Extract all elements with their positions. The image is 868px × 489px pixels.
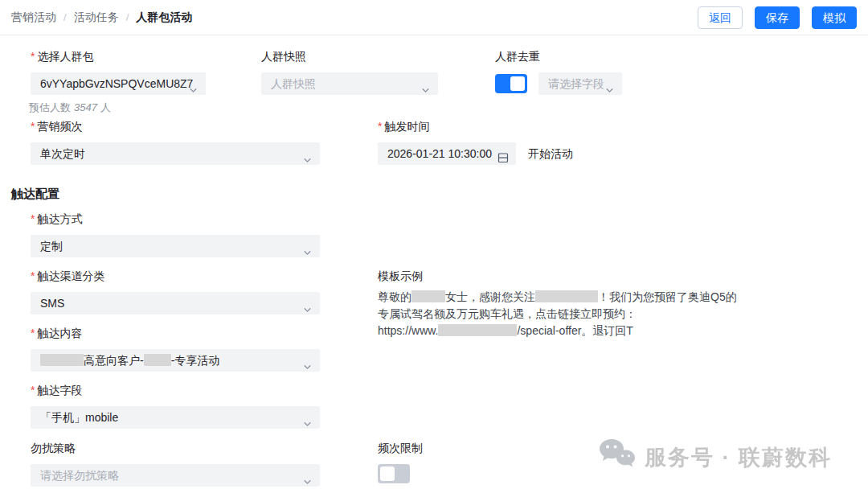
touch-config-section-title: 触达配置 — [11, 187, 59, 202]
redacted-block — [144, 354, 171, 366]
template-example-label: 模板示例 — [378, 269, 723, 284]
simulate-button[interactable]: 模拟 — [812, 6, 857, 29]
audience-snapshot-select[interactable]: 人群快照 — [261, 72, 438, 95]
trigger-time-datepicker[interactable]: 2026-01-21 10:30:00 — [378, 142, 516, 165]
watermark-text: 服务号 · 联蔚数科 — [645, 443, 832, 472]
audience-snapshot-group: 人群快照 人群快照 — [261, 50, 438, 95]
required-mark: * — [31, 269, 35, 282]
dedupe-field-placeholder: 请选择字段 — [548, 77, 604, 90]
marketing-frequency-group: *营销频次 单次定时 — [31, 120, 320, 165]
touch-field-select[interactable]: 「手机」mobile — [31, 406, 320, 429]
marketing-frequency-select[interactable]: 单次定时 — [31, 142, 320, 165]
toggle-knob — [510, 76, 525, 91]
frequency-limit-group: 频次限制 — [378, 442, 423, 483]
template-example-group: 模板示例 尊敬的女士，感谢您关注！我们为您预留了奥迪Q5的 专属试驾名额及万元购… — [378, 269, 723, 339]
dnd-policy-group: 勿扰策略 请选择勿扰策略 — [31, 442, 320, 487]
required-mark: * — [31, 212, 35, 225]
wechat-bubbles-icon — [598, 438, 637, 477]
touch-method-label: *触达方式 — [31, 212, 320, 227]
touch-content-value-suffix: -专享活动 — [171, 354, 220, 367]
dnd-policy-label: 勿扰策略 — [31, 442, 320, 456]
touch-content-group: *触达内容 高意向客户--专享活动 — [31, 327, 320, 372]
audience-snapshot-placeholder: 人群快照 — [271, 77, 316, 90]
audience-package-group: *选择人群包 6vYYapbGvzNSPQVceMU8Z7 预估人数3547人 — [31, 50, 206, 115]
required-mark: * — [31, 327, 35, 339]
touch-method-value: 定制 — [40, 240, 63, 253]
header-actions: 返回 保存 模拟 — [698, 6, 857, 29]
template-example-text: 尊敬的女士，感谢您关注！我们为您预留了奥迪Q5的 专属试驾名额及万元购车礼遇，点… — [378, 289, 723, 339]
breadcrumb: 营销活动 / 活动任务 / 人群包活动 — [11, 10, 192, 25]
redacted-block — [411, 290, 445, 302]
chevron-down-icon — [421, 80, 430, 95]
dnd-policy-select[interactable]: 请选择勿扰策略 — [31, 464, 320, 487]
toggle-knob — [380, 466, 395, 481]
required-mark: * — [31, 120, 35, 133]
touch-method-group: *触达方式 定制 — [31, 212, 320, 257]
touch-field-label: *触达字段 — [31, 384, 320, 398]
audience-package-select[interactable]: 6vYYapbGvzNSPQVceMU8Z7 — [31, 72, 206, 95]
touch-channel-group: *触达渠道分类 SMS — [31, 269, 320, 314]
touch-field-value: 「手机」mobile — [40, 411, 118, 424]
touch-method-select[interactable]: 定制 — [31, 235, 320, 257]
audience-package-label: *选择人群包 — [31, 50, 206, 64]
save-button[interactable]: 保存 — [755, 6, 800, 29]
marketing-frequency-label: *营销频次 — [31, 120, 320, 134]
redacted-block — [438, 324, 517, 336]
chevron-down-icon — [303, 413, 312, 429]
calendar-icon — [497, 148, 509, 165]
redacted-block — [535, 290, 598, 302]
touch-channel-value: SMS — [40, 297, 64, 310]
touch-content-select[interactable]: 高意向客户--专享活动 — [31, 349, 320, 372]
audience-dedupe-toggle[interactable] — [495, 74, 527, 93]
frequency-limit-label: 频次限制 — [378, 442, 423, 456]
chevron-down-icon — [303, 150, 312, 165]
back-button[interactable]: 返回 — [698, 6, 743, 29]
trigger-time-value: 2026-01-21 10:30:00 — [387, 147, 492, 160]
audience-package-value: 6vYYapbGvzNSPQVceMU8Z7 — [40, 77, 193, 90]
touch-field-group: *触达字段 「手机」mobile — [31, 384, 320, 429]
chevron-down-icon — [303, 242, 312, 257]
campaign-edit-page: 营销活动 / 活动任务 / 人群包活动 返回 保存 模拟 *选择人群包 6vYY… — [0, 0, 868, 489]
audience-snapshot-label: 人群快照 — [261, 50, 438, 64]
breadcrumb-separator: / — [126, 11, 129, 23]
audience-dedupe-group: 人群去重 请选择字段 — [495, 50, 622, 95]
chevron-down-icon — [605, 80, 614, 95]
template-line-1: 尊敬的女士，感谢您关注！我们为您预留了奥迪Q5的 — [378, 289, 723, 306]
frequency-limit-toggle[interactable] — [378, 464, 410, 483]
redacted-block — [40, 354, 84, 366]
template-line-3: https://www./special-offer。退订回T — [378, 323, 723, 339]
required-mark: * — [378, 120, 382, 133]
breadcrumb-marketing-campaigns[interactable]: 营销活动 — [11, 10, 56, 25]
dedupe-field-select[interactable]: 请选择字段 — [538, 72, 622, 95]
required-mark: * — [31, 50, 35, 63]
trigger-time-group: *触发时间 2026-01-21 10:30:00 开始活动 — [378, 120, 573, 165]
template-line-2: 专属试驾名额及万元购车礼遇，点击链接立即预约： — [378, 306, 723, 323]
chevron-down-icon — [189, 80, 198, 95]
marketing-frequency-value: 单次定时 — [40, 147, 85, 160]
touch-channel-label: *触达渠道分类 — [31, 269, 320, 284]
trigger-time-suffix: 开始活动 — [528, 142, 573, 165]
touch-channel-select[interactable]: SMS — [31, 292, 320, 314]
chevron-down-icon — [303, 471, 312, 487]
estimated-audience-count: 预估人数3547人 — [29, 101, 206, 115]
audience-dedupe-label: 人群去重 — [495, 50, 622, 64]
dnd-policy-placeholder: 请选择勿扰策略 — [40, 469, 119, 482]
touch-content-label: *触达内容 — [31, 327, 320, 341]
trigger-time-label: *触发时间 — [378, 120, 573, 134]
breadcrumb-campaign-tasks[interactable]: 活动任务 — [74, 10, 119, 25]
chevron-down-icon — [303, 356, 312, 372]
top-bar: 营销活动 / 活动任务 / 人群包活动 返回 保存 模拟 — [0, 0, 868, 35]
watermark: 服务号 · 联蔚数科 — [598, 438, 832, 477]
chevron-down-icon — [303, 299, 312, 314]
breadcrumb-audience-package-campaign: 人群包活动 — [136, 10, 192, 25]
touch-content-value: 高意向客户- — [84, 354, 144, 367]
breadcrumb-separator: / — [63, 11, 67, 23]
required-mark: * — [31, 384, 35, 397]
